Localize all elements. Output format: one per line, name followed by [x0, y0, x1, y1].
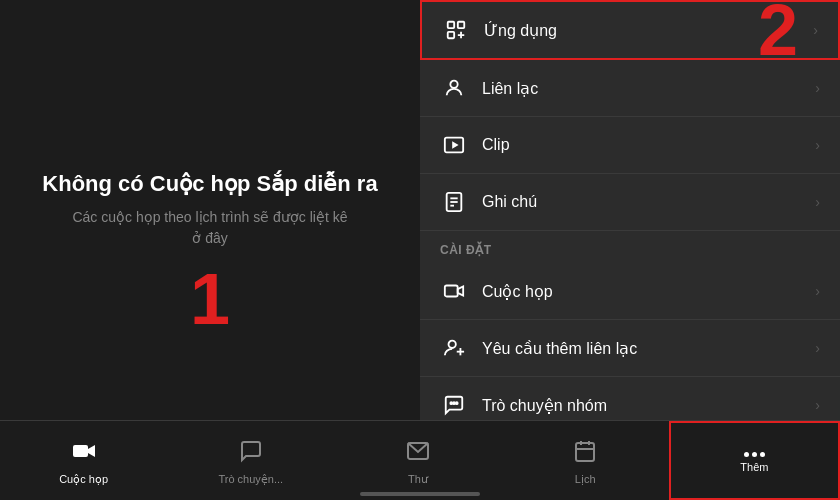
svg-point-16 [456, 402, 458, 404]
label-number-1: 1 [190, 258, 230, 340]
chat-nav-icon [239, 439, 263, 469]
menu-item-tro-chuyen-nhom[interactable]: Trò chuyện nhóm › [420, 377, 840, 420]
nav-label: Trò chuyện... [218, 473, 283, 486]
nav-label: Cuộc họp [59, 473, 108, 486]
svg-marker-5 [452, 141, 458, 148]
left-panel: Không có Cuộc họp Sắp diễn ra Các cuộc h… [0, 0, 420, 420]
settings-header: CÀI ĐẶT [420, 231, 840, 263]
menu-item-label: Ghi chú [482, 193, 815, 211]
chevron-icon: › [815, 194, 820, 210]
video-icon [440, 277, 468, 305]
bottom-nav: Cuộc họp Trò chuyện... Thư [0, 420, 840, 500]
home-indicator [360, 492, 480, 496]
chevron-icon: › [815, 397, 820, 413]
menu-section-settings: CÀI ĐẶT Cuộc họp › [420, 231, 840, 420]
svg-rect-1 [458, 22, 464, 28]
nav-label: Lịch [575, 473, 596, 486]
add-contact-icon [440, 334, 468, 362]
chevron-icon: › [815, 340, 820, 356]
nav-item-cuoc-hop[interactable]: Cuộc họp [0, 421, 167, 500]
empty-title: Không có Cuộc họp Sắp diễn ra [42, 171, 377, 197]
svg-rect-18 [73, 445, 88, 457]
nav-item-them[interactable]: Thêm [669, 421, 840, 500]
menu-item-label: Trò chuyện nhóm [482, 396, 815, 415]
menu-item-label: Clip [482, 136, 815, 154]
svg-rect-10 [445, 286, 458, 297]
menu-item-label: Yêu cầu thêm liên lạc [482, 339, 815, 358]
nav-item-lich[interactable]: Lịch [502, 421, 669, 500]
svg-point-11 [449, 341, 456, 348]
menu-item-ghi-chu[interactable]: Ghi chú › [420, 174, 840, 231]
contact-icon [440, 74, 468, 102]
apps-icon [442, 16, 470, 44]
nav-item-tro-chuyen[interactable]: Trò chuyện... [167, 421, 334, 500]
play-icon [440, 131, 468, 159]
chevron-icon: › [815, 80, 820, 96]
menu-item-clip[interactable]: Clip › [420, 117, 840, 174]
menu-item-label: Liên lạc [482, 79, 815, 98]
mail-nav-icon [406, 439, 430, 469]
nav-label: Thư [408, 473, 428, 486]
label-number-2: 2 [758, 0, 798, 71]
svg-point-14 [450, 402, 452, 404]
chevron-icon: › [815, 283, 820, 299]
svg-point-15 [453, 402, 455, 404]
menu-section-top: Ứng dụng › 2 Liên lạc › [420, 0, 840, 231]
empty-subtitle: Các cuộc họp theo lịch trình sẽ được liệ… [72, 207, 347, 249]
menu-item-ung-dung[interactable]: Ứng dụng › 2 [420, 0, 840, 60]
menu-item-yeu-cau[interactable]: Yêu cầu thêm liên lạc › [420, 320, 840, 377]
svg-point-3 [450, 81, 457, 88]
nav-item-thu[interactable]: Thư [334, 421, 501, 500]
svg-rect-20 [576, 443, 594, 461]
calendar-nav-icon [573, 439, 597, 469]
nav-label: Thêm [740, 461, 768, 473]
note-icon [440, 188, 468, 216]
dots-nav-icon [744, 452, 765, 457]
right-panel: Ứng dụng › 2 Liên lạc › [420, 0, 840, 420]
svg-rect-2 [448, 32, 454, 38]
chevron-icon: › [815, 137, 820, 153]
camera-nav-icon [72, 439, 96, 469]
chevron-icon: › [813, 22, 818, 38]
svg-rect-0 [448, 22, 454, 28]
menu-item-label: Cuộc họp [482, 282, 815, 301]
menu-item-cuoc-hop-settings[interactable]: Cuộc họp › [420, 263, 840, 320]
group-chat-icon [440, 391, 468, 419]
